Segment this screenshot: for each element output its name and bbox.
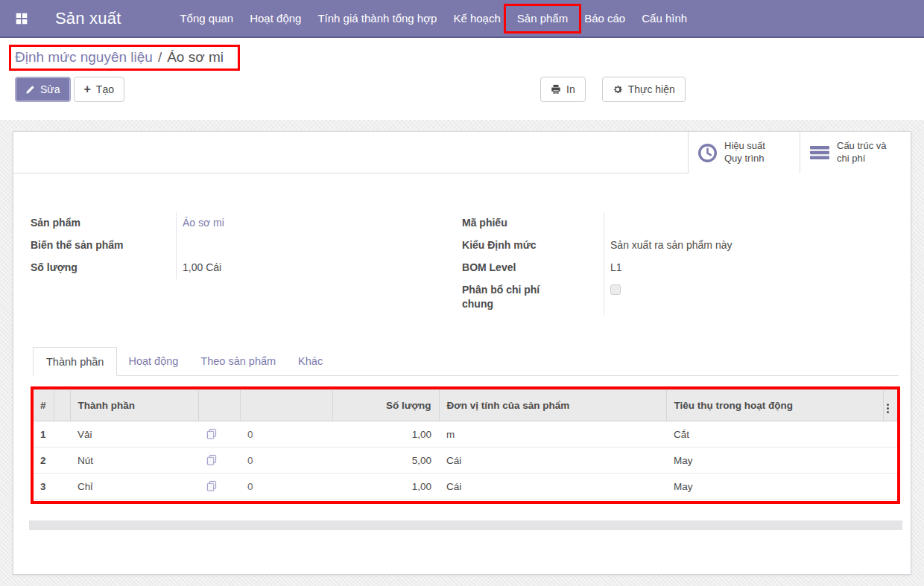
- table-row[interactable]: 1 Vải 0 1,00: [33, 421, 897, 448]
- breadcrumb-separator: /: [158, 49, 162, 66]
- list-footer-bar: [29, 520, 902, 530]
- col-header-component: Thành phần: [70, 390, 198, 421]
- clock-icon: [697, 143, 718, 163]
- field-value-san-pham: Áo sơ mi: [176, 212, 449, 235]
- table-row[interactable]: 3 Chỉ 0 1,00: [33, 474, 897, 500]
- main-menu: Tổng quan Hoạt động Tính giá thành tổng …: [171, 0, 695, 36]
- print-button[interactable]: In: [540, 77, 586, 102]
- col-header-variant-count: [240, 390, 332, 421]
- create-button[interactable]: + Tạo: [74, 77, 124, 102]
- table-header-row: # Thành phần Số lượng Đơn vị tính của sả…: [33, 390, 897, 421]
- field-label-bom-level: BOM Level: [462, 257, 604, 279]
- column-options-icon[interactable]: [885, 403, 890, 414]
- stat-button-structure-cost[interactable]: Cấu trúc và chi phí: [800, 132, 911, 173]
- menu-item-bao-cao[interactable]: Báo cáo: [576, 0, 633, 36]
- apps-menu-button[interactable]: [0, 0, 28, 36]
- app-brand-title[interactable]: Sản xuất: [55, 0, 121, 36]
- gear-icon: [613, 84, 623, 95]
- tab-khac[interactable]: Khác: [287, 347, 334, 375]
- col-header-variant-icon: [198, 390, 240, 421]
- copy-icon[interactable]: [206, 428, 217, 439]
- breadcrumb-parent-link[interactable]: Định mức nguyên liệu: [15, 49, 153, 66]
- control-panel: Định mức nguyên liệu / Áo sơ mi Sửa + Tạ…: [0, 38, 924, 120]
- pencil-icon: [25, 85, 35, 95]
- field-label-so-luong: Số lượng: [31, 257, 176, 279]
- tab-thanh-phan[interactable]: Thành phần: [33, 347, 117, 376]
- field-value-kieu-dinh-muc: Sản xuất ra sản phẩm này: [604, 235, 898, 257]
- overhead-allocation-checkbox[interactable]: [610, 284, 621, 295]
- table-row[interactable]: 2 Nút 0 5,00: [33, 448, 897, 474]
- field-label-san-pham: Sản phẩm: [31, 212, 176, 235]
- edit-button[interactable]: Sửa: [15, 77, 71, 102]
- col-header-handle: [54, 390, 70, 421]
- field-value-phan-bo-chi-phi: [604, 279, 898, 315]
- action-buttons-row: Sửa + Tạo In: [15, 77, 909, 102]
- tab-hoat-dong[interactable]: Hoạt động: [117, 347, 189, 375]
- copy-icon[interactable]: [206, 454, 217, 465]
- stat-button-process-performance[interactable]: Hiệu suất Quy trình: [688, 132, 800, 173]
- menu-item-san-pham[interactable]: Sản phẩm: [509, 0, 576, 36]
- menu-item-hoat-dong[interactable]: Hoạt động: [241, 0, 309, 36]
- menu-item-cau-hinh[interactable]: Cấu hình: [633, 0, 695, 36]
- menu-item-ke-hoach[interactable]: Kế hoạch: [445, 0, 508, 36]
- col-header-index: #: [33, 390, 54, 421]
- col-header-uom: Đơn vị tính của sản phẩm: [439, 390, 666, 421]
- breadcrumb: Định mức nguyên liệu / Áo sơ mi: [15, 45, 224, 71]
- col-header-quantity: Số lượng: [332, 390, 439, 421]
- field-value-bien-the: [176, 235, 449, 257]
- field-value-so-luong: 1,00 Cái: [176, 257, 449, 279]
- top-navbar: Sản xuất Tổng quan Hoạt động Tính giá th…: [0, 0, 924, 38]
- printer-icon: [551, 84, 561, 95]
- plus-icon: +: [84, 83, 91, 95]
- tab-bar: Thành phần Hoạt động Theo sản phẩm Khác: [33, 347, 899, 376]
- menu-item-tinh-gia-thanh[interactable]: Tính giá thành tổng hợp: [309, 0, 445, 36]
- field-value-ma-phieu: [604, 212, 898, 235]
- field-label-phan-bo-chi-phi: Phân bổ chi phí chung: [462, 279, 557, 315]
- components-table-wrap: # Thành phần Số lượng Đơn vị tính của sả…: [33, 389, 899, 500]
- notebook: Thành phần Hoạt động Theo sản phẩm Khác …: [33, 347, 899, 500]
- tab-theo-san-pham[interactable]: Theo sản phẩm: [189, 347, 287, 375]
- menu-item-tong-quan[interactable]: Tổng quan: [171, 0, 241, 36]
- breadcrumb-current: Áo sơ mi: [167, 49, 224, 66]
- col-header-operation: Tiêu thụ trong hoạt động: [666, 390, 883, 421]
- form-sheet: Hiệu suất Quy trình Cấu trúc và chi phí: [13, 131, 911, 575]
- action-menu-button[interactable]: Thực hiện: [602, 77, 686, 102]
- form-fields: Sản phẩm Áo sơ mi Biến thể sản phẩm Số l…: [31, 212, 898, 315]
- field-value-bom-level: L1: [604, 257, 898, 279]
- field-label-ma-phieu: Mã phiếu: [462, 212, 604, 235]
- field-label-kieu-dinh-muc: Kiểu Định mức: [462, 235, 604, 257]
- stat-button-strip: Hiệu suất Quy trình Cấu trúc và chi phí: [13, 132, 911, 173]
- bars-icon: [809, 144, 830, 161]
- apps-grid-icon: [15, 12, 28, 25]
- product-link[interactable]: Áo sơ mi: [183, 217, 224, 229]
- copy-icon[interactable]: [206, 480, 217, 491]
- field-label-bien-the: Biến thể sản phẩm: [31, 235, 176, 257]
- components-table: # Thành phần Số lượng Đơn vị tính của sả…: [33, 389, 897, 500]
